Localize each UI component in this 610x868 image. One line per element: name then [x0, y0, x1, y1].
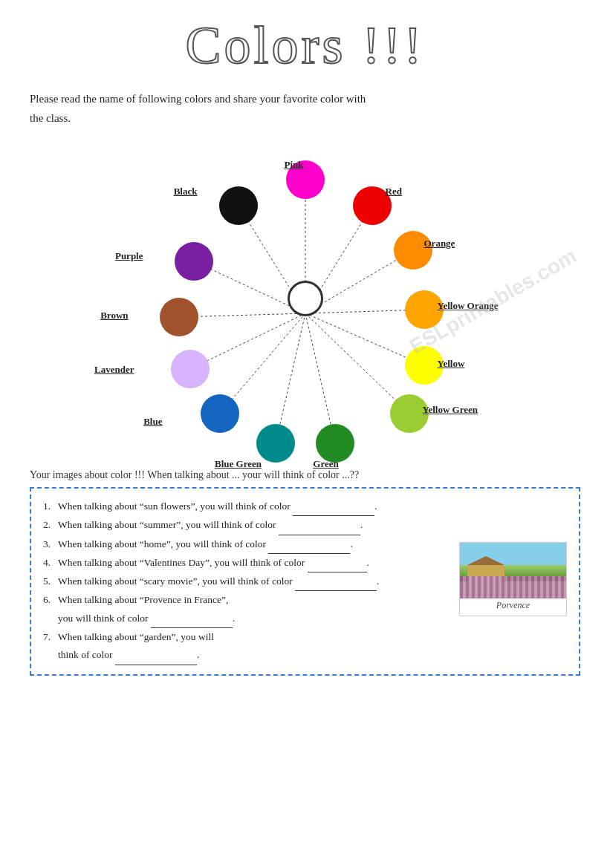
- question-item-1: When talking about “sun flowers”, you wi…: [43, 497, 452, 516]
- instructions-text: Please read the name of following colors…: [30, 90, 580, 128]
- provence-image: Porvence: [459, 542, 567, 616]
- question-item-4: When talking about “Valentines Day”, you…: [43, 554, 452, 572]
- question-item-7: When talking about “garden”, you will th…: [43, 628, 452, 665]
- color-label-pink: Pink: [284, 159, 303, 171]
- color-label-brown: Brown: [100, 310, 128, 322]
- color-label-yellow-orange: Yellow Orange: [438, 300, 499, 312]
- color-label-yellow: Yellow: [438, 358, 465, 370]
- answer-blank-2[interactable]: [279, 516, 360, 535]
- color-label-red: Red: [386, 186, 402, 198]
- color-wheel: PinkBlackRedPurpleOrangeBrownYellow Oran…: [112, 135, 499, 462]
- answer-blank-5[interactable]: [295, 572, 377, 591]
- provence-scene: [460, 543, 566, 598]
- question-item-6: When talking about “Provence in France”,…: [43, 591, 452, 628]
- title-area: Colors !!!: [30, 15, 580, 76]
- color-dot-blue-green: [256, 424, 295, 463]
- color-dot-orange: [394, 231, 432, 270]
- color-dot-purple: [175, 242, 213, 281]
- color-label-yellow-green: Yellow Green: [423, 404, 478, 416]
- images-title: Your images about color !!! When talking…: [30, 469, 580, 481]
- center-circle: [288, 281, 323, 316]
- lavender-field: [460, 576, 566, 598]
- question-item-5: When talking about “scary movie”, you wi…: [43, 572, 452, 591]
- bottom-section: Your images about color !!! When talking…: [30, 469, 580, 676]
- color-dot-black: [219, 186, 258, 225]
- color-dot-green: [316, 424, 354, 463]
- color-dot-lavender: [171, 350, 210, 388]
- answer-blank-1[interactable]: [293, 497, 374, 516]
- color-label-blue-green: Blue Green: [215, 458, 262, 470]
- color-dot-brown: [160, 298, 198, 336]
- page-title: Colors !!!: [186, 15, 425, 76]
- question-item-3: When talking about “home”, you will thin…: [43, 535, 452, 554]
- color-label-purple: Purple: [115, 250, 143, 262]
- questions-box: When talking about “sun flowers”, you wi…: [30, 487, 580, 676]
- color-label-green: Green: [313, 458, 338, 470]
- answer-blank-3[interactable]: [268, 535, 350, 554]
- question-item-2: When talking about “summer”, you will th…: [43, 516, 452, 535]
- color-label-lavender: Lavender: [94, 364, 134, 376]
- svg-line-10: [305, 313, 409, 414]
- answer-blank-4[interactable]: [308, 554, 367, 572]
- provence-label: Porvence: [460, 600, 566, 611]
- color-label-blue: Blue: [143, 416, 162, 428]
- color-label-orange: Orange: [424, 238, 455, 249]
- answer-blank-7[interactable]: [115, 646, 197, 665]
- answer-blank-6[interactable]: [151, 610, 233, 628]
- color-label-black: Black: [174, 186, 198, 198]
- color-dot-blue: [201, 394, 239, 433]
- questions-list: When talking about “sun flowers”, you wi…: [43, 497, 452, 665]
